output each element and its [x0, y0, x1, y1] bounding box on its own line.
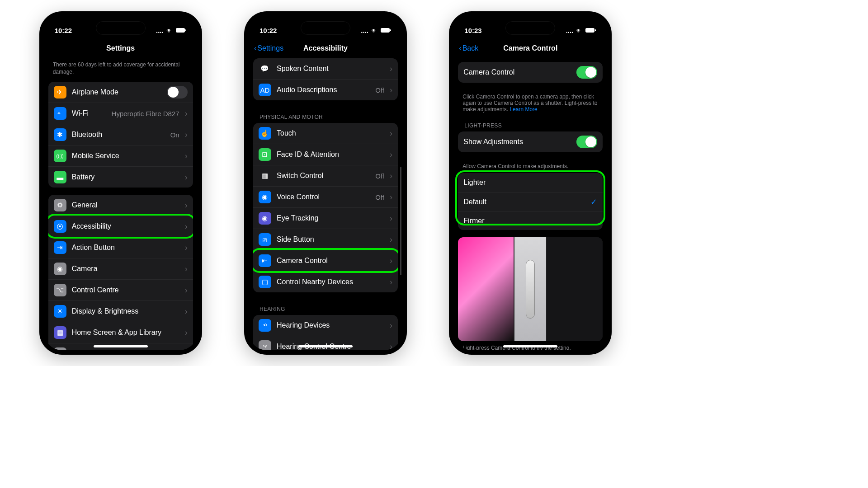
- chevron-right-icon: ›: [185, 328, 188, 338]
- cellular-icon: ....: [361, 27, 368, 34]
- wifi-icon: ᯤ: [576, 27, 583, 34]
- home-indicator[interactable]: [94, 345, 148, 347]
- light-press-toggle-group: Show Adjustments: [458, 131, 603, 152]
- row-camera[interactable]: ◉Camera›: [48, 258, 193, 279]
- svg-rect-5: [595, 29, 596, 31]
- row-side-button[interactable]: ⎚Side Button›: [253, 229, 398, 250]
- dynamic-island: [505, 21, 555, 35]
- accessibility-group-top: 💬Spoken Content›ADAudio DescriptionsOff›: [253, 58, 398, 100]
- chevron-right-icon: ›: [390, 342, 392, 351]
- row-display-brightness[interactable]: ☀Display & Brightness›: [48, 300, 193, 322]
- back-button[interactable]: ‹ Back: [459, 44, 478, 52]
- bluetooth-value: On: [170, 131, 179, 139]
- row-option-lighter[interactable]: Lighter: [458, 173, 603, 192]
- back-button[interactable]: ‹ Settings: [254, 44, 283, 52]
- row-airplane-mode[interactable]: ✈︎Airplane Mode: [48, 82, 193, 103]
- camera-control-toggle[interactable]: [576, 66, 597, 79]
- chevron-right-icon: ›: [185, 349, 188, 350]
- scroll-indicator[interactable]: [400, 167, 401, 275]
- preview-dark: [547, 237, 603, 341]
- light-press-options: LighterDefault✓Firmer: [458, 173, 603, 230]
- side-button-icon: ⎚: [259, 233, 271, 246]
- wi-fi-icon: ᯤ: [54, 107, 66, 120]
- chevron-right-icon: ›: [390, 129, 392, 138]
- phone-2-accessibility: 10:22 .... ᯤ ‹ Settings Accessibility 💬S…: [244, 11, 407, 355]
- hearing-devices-label: Hearing Devices: [277, 321, 384, 329]
- group-title-hearing: HEARING: [253, 300, 398, 315]
- switch-control-label: Switch Control: [277, 172, 370, 180]
- bluetooth-icon: ✱: [54, 128, 66, 141]
- accessibility-group-physical: ☝Touch›⊡Face ID & Attention›▦Switch Cont…: [253, 123, 398, 292]
- phone-1-settings: 10:22 .... ᯤ Settings There are 60 days …: [39, 11, 202, 355]
- airplane-mode-toggle[interactable]: [167, 86, 188, 99]
- svg-rect-2: [381, 28, 390, 33]
- hearing-devices-icon: ༄: [259, 319, 271, 332]
- camera-control-toggle-row[interactable]: Camera Control: [458, 62, 603, 83]
- preview-wallpaper: [458, 237, 514, 341]
- chevron-right-icon: ›: [390, 214, 392, 223]
- row-voice-control[interactable]: ◉Voice ControlOff›: [253, 186, 398, 207]
- row-option-firmer[interactable]: Firmer: [458, 211, 603, 230]
- camera-control-button-icon: [526, 260, 535, 319]
- row-battery[interactable]: ▬Battery›: [48, 166, 193, 188]
- face-id-attention-label: Face ID & Attention: [277, 150, 384, 159]
- light-press-title: LIGHT-PRESS: [458, 116, 603, 131]
- learn-more-link[interactable]: Learn More: [509, 106, 537, 113]
- control-centre-label: Control Centre: [72, 286, 179, 294]
- row-mobile-service[interactable]: ((·))Mobile Service›: [48, 145, 193, 166]
- camera-label: Camera: [72, 265, 179, 273]
- wi-fi-label: Wi-Fi: [72, 109, 106, 117]
- page-title: Camera Control: [503, 44, 557, 52]
- search-label: Search: [72, 350, 179, 350]
- row-spoken-content[interactable]: 💬Spoken Content›: [253, 58, 398, 79]
- battery-icon: [381, 27, 392, 34]
- row-hearing-control-centre[interactable]: ༄Hearing Control Centre›: [253, 336, 398, 350]
- row-hearing-devices[interactable]: ༄Hearing Devices›: [253, 315, 398, 336]
- chevron-right-icon: ›: [185, 130, 188, 140]
- chevron-right-icon: ›: [390, 150, 392, 160]
- chevron-right-icon: ›: [185, 173, 188, 182]
- show-adjustments-row[interactable]: Show Adjustments: [458, 131, 603, 152]
- chevron-right-icon: ›: [185, 201, 188, 210]
- row-audio-descriptions[interactable]: ADAudio DescriptionsOff›: [253, 79, 398, 100]
- navbar: ‹ Settings Accessibility: [249, 38, 402, 58]
- row-control-centre[interactable]: ⌥Control Centre›: [48, 279, 193, 300]
- row-wi-fi[interactable]: ᯤWi-FiHyperoptic Fibre D827›: [48, 103, 193, 124]
- row-touch[interactable]: ☝Touch›: [253, 123, 398, 144]
- check-icon: ✓: [590, 197, 597, 207]
- airplane-mode-icon: ✈︎: [54, 86, 66, 99]
- row-accessibility[interactable]: ⦿Accessibility›: [48, 216, 193, 237]
- row-control-nearby-devices[interactable]: ▢Control Nearby Devices›: [253, 271, 398, 292]
- row-face-id-attention[interactable]: ⊡Face ID & Attention›: [253, 144, 398, 165]
- row-eye-tracking[interactable]: ◉Eye Tracking›: [253, 207, 398, 229]
- page-title: Settings: [106, 44, 135, 52]
- page-title: Accessibility: [303, 44, 348, 52]
- audio-descriptions-value: Off: [375, 86, 384, 94]
- chevron-left-icon: ‹: [459, 44, 461, 52]
- row-option-default[interactable]: Default✓: [458, 192, 603, 211]
- row-bluetooth[interactable]: ✱BluetoothOn›: [48, 124, 193, 145]
- touch-label: Touch: [277, 129, 384, 137]
- chevron-right-icon: ›: [390, 64, 392, 74]
- cellular-icon: ....: [566, 27, 574, 34]
- general-icon: ⚙: [54, 199, 66, 211]
- chevron-right-icon: ›: [390, 321, 392, 330]
- cellular-icon: ....: [156, 27, 164, 34]
- row-action-button[interactable]: ⇥Action Button›: [48, 237, 193, 258]
- row-camera-control[interactable]: ⇤Camera Control›: [253, 250, 398, 271]
- chevron-right-icon: ›: [185, 243, 188, 253]
- accessibility-icon: ⦿: [54, 220, 66, 233]
- show-adjustments-toggle[interactable]: [576, 136, 597, 148]
- battery-icon: [176, 27, 187, 34]
- general-label: General: [72, 201, 179, 209]
- status-time: 10:23: [464, 27, 481, 34]
- row-general[interactable]: ⚙General›: [48, 195, 193, 216]
- camera-control-toggle-group: Camera Control: [458, 62, 603, 83]
- row-switch-control[interactable]: ▦Switch ControlOff›: [253, 165, 398, 186]
- dynamic-island: [301, 21, 350, 35]
- group-title-physical: PHYSICAL AND MOTOR: [253, 108, 398, 123]
- home-indicator[interactable]: [298, 345, 353, 347]
- home-indicator[interactable]: [503, 345, 557, 347]
- row-home-screen-app-library[interactable]: ▦Home Screen & App Library›: [48, 322, 193, 343]
- switch-control-value: Off: [375, 172, 384, 180]
